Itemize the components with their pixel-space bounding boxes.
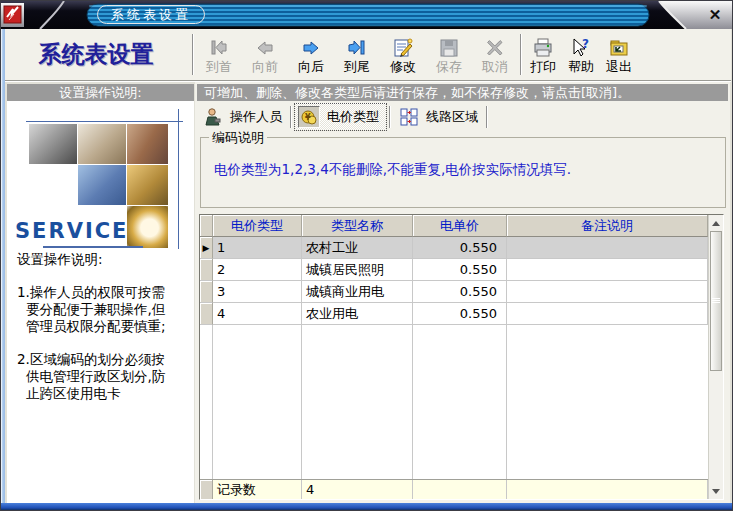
table-empty-area <box>200 325 708 479</box>
pages-transfer-icon <box>399 107 419 127</box>
gridline <box>212 325 213 479</box>
instruction-line: 1.操作人员的权限可按需 <box>17 284 190 301</box>
vertical-scrollbar <box>708 215 723 499</box>
cell-price-type: 3 <box>213 281 302 303</box>
toolbar: 系统表设置 到首 向前 向后 到尾 <box>2 29 731 81</box>
cell-unit-price: 0.550 <box>413 281 507 303</box>
footer-indicator-cell <box>200 480 213 499</box>
tab-separator <box>290 106 292 128</box>
coin-iconbox: ¥ <box>298 106 320 128</box>
collage-line <box>26 121 183 122</box>
cell-price-type: 4 <box>213 303 302 325</box>
table-footer-row: 记录数 4 <box>200 479 708 499</box>
gridline <box>412 325 413 479</box>
footer-record-count-value: 4 <box>302 480 413 499</box>
close-button[interactable]: ✕ <box>703 5 727 25</box>
row-selector-icon: ▶ <box>200 237 213 259</box>
table-row[interactable]: ▶ 1 农村工业 0.550 <box>200 237 708 259</box>
footer-empty-cell <box>507 480 708 499</box>
down-arrow-icon <box>712 489 720 494</box>
print-button[interactable]: 打印 <box>524 29 562 80</box>
groupbox-text: 电价类型为1,2,3,4不能删除,不能重复,电价按实际情况填写. <box>214 161 571 179</box>
instruction-line: 管理员权限分配要慎重; <box>17 318 190 335</box>
cell-type-name: 城镇居民照明 <box>302 259 413 281</box>
help-button[interactable]: ? 帮助 <box>562 29 600 80</box>
groupbox-legend: 编码说明 <box>209 130 267 145</box>
tab-operators[interactable]: 操作人员 <box>197 104 288 130</box>
next-record-button[interactable]: 向后 <box>288 29 334 80</box>
cell-price-type: 2 <box>213 259 302 281</box>
window-title: 系统表设置 <box>97 5 205 24</box>
cell-note <box>507 281 708 303</box>
cell-type-name: 城镇商业用电 <box>302 281 413 303</box>
last-record-button[interactable]: 到尾 <box>334 29 380 80</box>
last-arrow-icon <box>346 37 368 59</box>
first-record-button[interactable]: 到首 <box>196 29 242 80</box>
collage-photo-keyboard <box>78 165 126 205</box>
header-price-type[interactable]: 电价类型 <box>213 215 302 237</box>
code-description-groupbox: 编码说明 电价类型为1,2,3,4不能删除,不能重复,电价按实际情况填写. <box>200 137 726 208</box>
table-columns: 电价类型 类型名称 电单价 备注说明 ▶ 1 农村工业 0.550 2 城镇居民… <box>200 215 708 499</box>
page-title: 系统表设置 <box>2 29 190 80</box>
first-arrow-icon <box>208 37 230 59</box>
gridline <box>301 325 302 479</box>
service-text: SERVICE <box>15 219 128 243</box>
window-bottom-border <box>1 503 732 510</box>
cell-unit-price: 0.550 <box>413 259 507 281</box>
exit-button[interactable]: 退出 <box>600 29 638 80</box>
thumb-grip-icon <box>712 298 720 304</box>
collage-line <box>178 109 179 249</box>
scrollbar-thumb[interactable] <box>710 231 722 371</box>
toolbar-separator <box>520 34 522 75</box>
sidebar-instructions: 设置操作说明: 1.操作人员的权限可按需 要分配便于兼职操作,但 管理员权限分配… <box>17 251 190 402</box>
service-underline <box>43 246 143 248</box>
cancel-button[interactable]: 取消 <box>472 29 518 80</box>
cell-unit-price: 0.550 <box>413 303 507 325</box>
cell-note <box>507 303 708 325</box>
cell-unit-price: 0.550 <box>413 237 507 259</box>
app-window: 系统表设置 ✕ 系统表设置 到首 向前 向后 <box>0 0 733 511</box>
scroll-down-button[interactable] <box>709 483 723 499</box>
instruction-line: 要分配便于兼职操作,但 <box>17 301 190 318</box>
up-arrow-icon <box>712 221 720 226</box>
table-row[interactable]: 3 城镇商业用电 0.550 <box>200 281 708 303</box>
tab-line-areas[interactable]: 线路区域 <box>393 104 484 130</box>
scrollbar-track[interactable] <box>709 231 723 483</box>
header-unit-price[interactable]: 电单价 <box>413 215 507 237</box>
prev-arrow-icon <box>254 37 276 59</box>
notice-bar: 可增加、删除、修改各类型后请进行保存，如不保存修改，请点击[取消]。 <box>197 84 728 101</box>
header-type-name[interactable]: 类型名称 <box>302 215 413 237</box>
header-note[interactable]: 备注说明 <box>507 215 708 237</box>
table-row[interactable]: 4 农业用电 0.550 <box>200 303 708 325</box>
cell-note <box>507 259 708 281</box>
collage-photo-tools <box>29 124 77 164</box>
collage-photo-gold <box>127 165 168 205</box>
row-indicator-cell <box>200 281 213 303</box>
tab-bar: 操作人员 ¥ 电价类型 线路区域 <box>197 102 728 131</box>
svg-text:?: ? <box>582 37 589 51</box>
help-cursor-icon: ? <box>570 37 592 59</box>
toolbar-separator <box>192 34 194 75</box>
title-bar: 系统表设置 ✕ <box>1 1 733 29</box>
svg-text:¥: ¥ <box>305 113 311 122</box>
tab-separator <box>389 106 391 128</box>
cell-price-type: 1 <box>213 237 302 259</box>
table-row[interactable]: 2 城镇居民照明 0.550 <box>200 259 708 281</box>
tab-price-types[interactable]: ¥ 电价类型 <box>294 103 387 131</box>
scroll-up-button[interactable] <box>709 215 723 231</box>
instructions-title: 设置操作说明: <box>17 251 190 268</box>
exit-folder-icon <box>608 37 630 59</box>
instruction-line: 供电管理行政区划分,防 <box>17 368 190 385</box>
footer-empty-cell <box>413 480 507 499</box>
sidebar: SERVICE 设置操作说明: 1.操作人员的权限可按需 要分配便于兼职操作,但… <box>7 101 194 503</box>
gridline <box>506 325 507 479</box>
collage-photo-instruments <box>127 124 168 164</box>
instruction-line: 2.区域编码的划分必须按 <box>17 351 190 368</box>
modify-button[interactable]: 修改 <box>380 29 426 80</box>
save-button[interactable]: 保存 <box>426 29 472 80</box>
prev-record-button[interactable]: 向前 <box>242 29 288 80</box>
cell-type-name: 农业用电 <box>302 303 413 325</box>
row-indicator-cell <box>200 303 213 325</box>
edit-document-icon <box>392 37 414 59</box>
coin-icon: ¥ <box>301 109 317 125</box>
